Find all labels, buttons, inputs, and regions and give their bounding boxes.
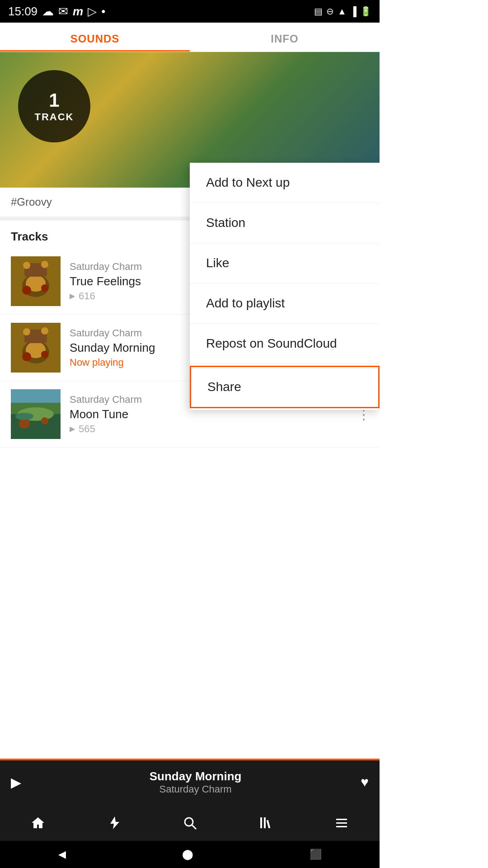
tab-info[interactable]: INFO [190,23,380,52]
svg-rect-26 [264,817,266,828]
svg-point-22 [15,413,33,420]
svg-point-23 [185,818,193,826]
system-home-button[interactable]: ⬤ [182,849,193,860]
play-triangle-icon: ▶ [70,292,75,300]
dot-status-icon: • [101,5,105,19]
nav-menu-button[interactable] [328,809,355,836]
now-playing-bar[interactable]: ▶ Sunday Morning Saturday Charm ♥ [0,760,380,805]
svg-rect-21 [11,389,61,403]
track-play-count: ▶ 565 [70,423,369,435]
svg-rect-30 [336,826,347,827]
svg-rect-25 [260,817,262,828]
play-count-number: 616 [79,290,95,302]
track-thumbnail [11,256,61,306]
system-recents-button[interactable]: ⬛ [310,849,322,860]
svg-point-20 [41,417,48,425]
context-station[interactable]: Station [190,203,380,243]
tab-sounds[interactable]: SOUNDS [0,23,190,52]
context-repost[interactable]: Repost on SoundCloud [190,324,380,364]
playback-progress-bar [0,759,380,760]
bottom-navigation [0,805,380,841]
track-thumbnail [11,389,61,439]
mail-status-icon: ✉ [58,5,68,19]
signal-icon: ▐ [350,6,357,17]
dnd-icon: ⊖ [326,6,334,17]
svg-point-4 [41,284,48,292]
track-thumbnail [11,323,61,373]
battery-icon: 🔋 [360,6,371,17]
play-triangle-icon: ▶ [70,425,75,433]
now-playing-title: Sunday Morning [30,769,361,783]
svg-point-11 [22,352,31,361]
svg-rect-29 [336,822,347,824]
system-navigation: ◀ ⬤ ⬛ [0,841,380,868]
context-share[interactable]: Share [190,366,380,408]
svg-line-24 [192,825,196,829]
soundcloud-status-icon: ☁ [42,5,54,19]
now-playing-info: Sunday Morning Saturday Charm [30,769,361,795]
m-status-icon: m [73,5,83,19]
svg-point-6 [23,262,30,269]
vibrate-icon: ▤ [314,6,323,17]
context-like[interactable]: Like [190,243,380,283]
svg-point-12 [41,351,48,358]
svg-point-15 [41,327,48,335]
nav-library-button[interactable] [252,809,279,836]
context-add-to-next-up[interactable]: Add to Next up [190,163,380,203]
status-bar: 15:09 ☁ ✉ m ▷ • ▤ ⊖ ▲ ▐ 🔋 [0,0,380,23]
now-playing-play-button[interactable]: ▶ [11,774,21,790]
context-menu: Add to Next up Station Like Add to playl… [190,163,380,410]
context-add-to-playlist[interactable]: Add to playlist [190,283,380,324]
track-count-label: TRACK [35,111,74,123]
play-count-number: 565 [79,423,95,435]
svg-rect-28 [336,819,347,820]
track-count-number: 1 [49,90,59,111]
svg-rect-27 [267,820,271,828]
svg-point-14 [23,328,30,335]
wifi-icon: ▲ [338,6,347,17]
top-tabs: SOUNDS INFO [0,23,380,52]
track-count-circle: 1 TRACK [18,70,90,142]
svg-point-7 [41,261,48,268]
nav-search-button[interactable] [176,809,203,836]
nav-lightning-button[interactable] [100,809,127,836]
now-playing-like-button[interactable]: ♥ [361,774,369,790]
system-back-button[interactable]: ◀ [58,849,66,860]
time-display: 15:09 [8,5,38,19]
now-playing-artist: Saturday Charm [30,783,361,795]
svg-point-3 [22,286,31,295]
play-status-icon: ▷ [88,5,97,19]
nav-home-button[interactable] [24,809,52,836]
